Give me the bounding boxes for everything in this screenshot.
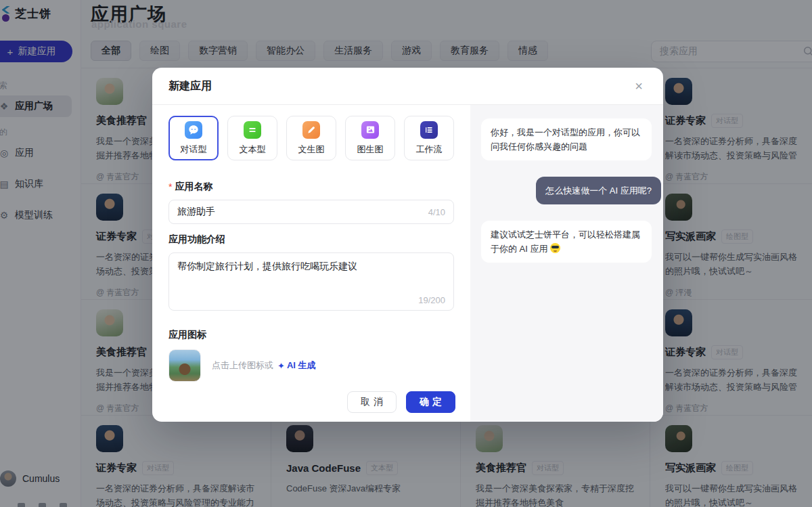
app-name-input[interactable]: [177, 206, 428, 217]
type-card-text-to-image[interactable]: 文生图: [286, 116, 336, 160]
app-icon-label: 应用图标: [168, 329, 454, 341]
name-char-counter: 4/10: [428, 207, 445, 217]
bot-message: 你好，我是一个对话型的应用，你可以问我任何你感兴趣的问题: [481, 118, 652, 160]
sunglasses-emoji: [550, 243, 560, 253]
new-app-form: 对话型 文本型 文生图: [152, 105, 470, 422]
type-label: 文本型: [240, 144, 266, 156]
app-icon-thumbnail[interactable]: [168, 349, 201, 382]
modal-header: 新建应用 ×: [152, 68, 663, 105]
modal-title: 新建应用: [168, 79, 212, 93]
new-app-modal: 新建应用 × 对话型 文本型: [152, 68, 663, 422]
app-root: 芝士饼 + 新建应用 探索 ❖ 应用广场 我的 ◎ 应用 ▤ 知识库 ⚙: [0, 0, 812, 507]
chat-preview-panel: 你好，我是一个对话型的应用，你可以问我任何你感兴趣的问题 怎么快速做一个 AI …: [470, 105, 663, 422]
type-label: 工作流: [416, 144, 443, 156]
close-icon[interactable]: ×: [631, 78, 647, 94]
type-card-text[interactable]: 文本型: [227, 116, 277, 160]
type-card-workflow[interactable]: 工作流: [404, 116, 454, 160]
type-label: 图生图: [357, 144, 384, 156]
image-icon: [361, 121, 379, 139]
app-name-label: * 应用名称: [168, 181, 454, 193]
bot-message: 建议试试芝士饼平台，可以轻松搭建属于你的 AI 应用: [481, 221, 652, 263]
type-label: 文生图: [298, 144, 325, 156]
modal-body: 对话型 文本型 文生图: [152, 105, 663, 422]
desc-char-counter: 19/200: [418, 295, 445, 305]
cancel-button[interactable]: 取消: [347, 391, 397, 413]
user-message: 怎么快速做一个 AI 应用呢?: [536, 177, 661, 204]
type-label: 对话型: [181, 144, 207, 156]
confirm-button[interactable]: 确定: [406, 391, 455, 413]
sparkle-icon: ✦: [277, 361, 285, 371]
chat-bubble-icon: [185, 121, 202, 139]
app-desc-label: 应用功能介绍: [168, 234, 454, 246]
ai-generate-link[interactable]: ✦ AI 生成: [277, 359, 316, 372]
type-card-chat[interactable]: 对话型: [168, 116, 219, 160]
upload-hint: 点击上传图标或 ✦ AI 生成: [212, 359, 316, 372]
app-name-field[interactable]: 4/10: [168, 200, 454, 224]
type-card-image-to-image[interactable]: 图生图: [345, 116, 395, 160]
app-desc-field[interactable]: 帮你制定旅行计划，提供旅行吃喝玩乐建议 19/200: [168, 252, 454, 311]
text-lines-icon: [244, 121, 261, 139]
pen-icon: [302, 121, 320, 139]
app-icon-row: 点击上传图标或 ✦ AI 生成: [168, 349, 454, 382]
app-type-selector: 对话型 文本型 文生图: [168, 116, 454, 160]
workflow-list-icon: [420, 121, 438, 139]
app-desc-text: 帮你制定旅行计划，提供旅行吃喝玩乐建议: [177, 259, 445, 273]
modal-footer: 取消 确定: [347, 391, 455, 413]
required-asterisk: *: [168, 181, 172, 192]
